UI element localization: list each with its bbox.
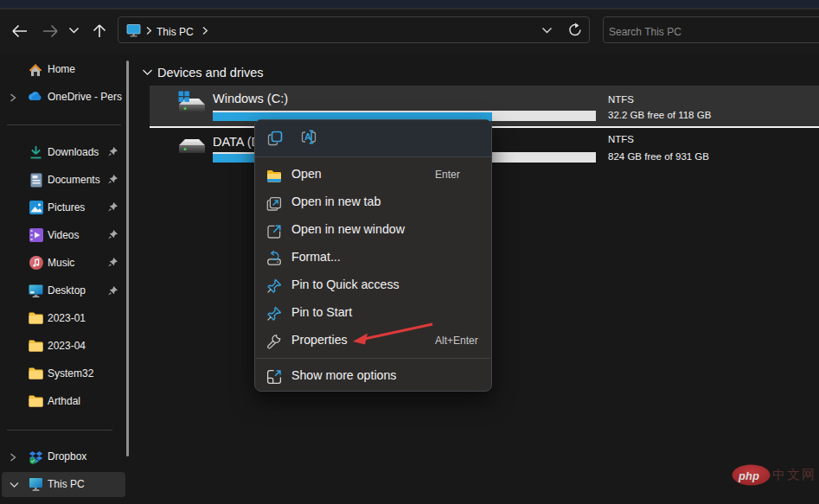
svg-text:php: php xyxy=(738,469,759,482)
svg-text:A: A xyxy=(304,131,311,142)
